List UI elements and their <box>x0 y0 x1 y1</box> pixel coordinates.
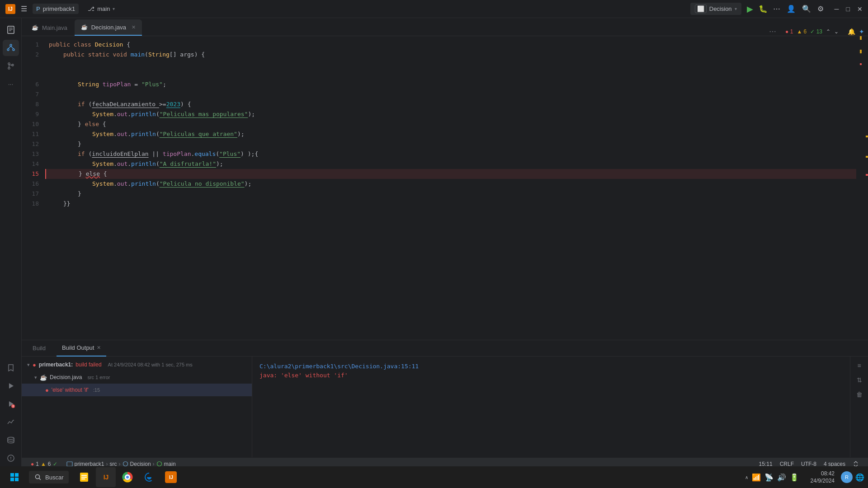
profile-icon[interactable]: 👤 <box>787 5 796 13</box>
activity-run-icon[interactable] <box>3 378 19 394</box>
collapse-icon[interactable]: ⌄ <box>834 28 839 35</box>
tab-bar: ☕ Main.java ☕ Decision.java ✕ ⋯ ● 1 ▲ 6 … <box>22 18 868 36</box>
code-line-blank-2 <box>45 70 856 80</box>
code-line-18: }} <box>45 199 856 209</box>
taskbar-notification-icon[interactable]: 🌐 <box>855 473 864 482</box>
ai-icon[interactable]: ✦ <box>859 28 864 35</box>
svg-point-10 <box>8 67 10 69</box>
activity-more-icon[interactable]: ··· <box>3 76 19 92</box>
tray-wifi-icon: 📡 <box>764 473 774 482</box>
panel-filter-icon[interactable]: ≡ <box>853 360 866 371</box>
panel-tab-close-icon[interactable]: ✕ <box>97 345 101 351</box>
panel-area: Build Build Output ✕ ▾ ● primerbac <box>22 340 868 457</box>
activity-structure-icon[interactable] <box>3 40 19 56</box>
branch-selector[interactable]: ⎇ main ▾ <box>84 4 118 14</box>
search-icon[interactable]: 🔍 <box>802 5 811 13</box>
titlebar-right: ⬜ Decision ▾ ▶ 🐛 ⋯ 👤 🔍 ⚙ ─ □ ✕ <box>690 3 863 15</box>
svg-rect-26 <box>15 473 19 477</box>
svg-point-6 <box>13 49 14 51</box>
panel-tab-build-output[interactable]: Build Output ✕ <box>57 340 107 357</box>
taskbar-app-files[interactable] <box>74 467 94 487</box>
svg-point-21 <box>10 459 11 460</box>
taskbar-time: 08:42 <box>821 470 835 477</box>
svg-rect-27 <box>10 478 14 481</box>
editor-content[interactable]: 1 2 6 7 8 9 10 11 12 13 14 15 16 17 18 <box>22 36 868 340</box>
project-icon: P <box>36 5 40 12</box>
activity-database-icon[interactable] <box>3 432 19 448</box>
code-line-14: System.out.println("A disfrutarla!"); <box>45 159 856 169</box>
maximize-button[interactable]: □ <box>846 5 850 13</box>
activity-debug-run-icon[interactable] <box>3 396 19 412</box>
run-button[interactable]: ▶ <box>747 4 753 14</box>
start-button[interactable] <box>4 466 25 488</box>
taskbar-search-icon <box>34 474 42 481</box>
debug-button[interactable]: 🐛 <box>759 5 768 13</box>
code-line-16: System.out.println("Pelicula no disponib… <box>45 179 856 189</box>
editor-scrollbar[interactable] <box>856 36 862 340</box>
code-line-9: System.out.println("Peliculas mas popula… <box>45 109 856 119</box>
build-item-error[interactable]: ● 'else' without 'if' :15 <box>22 384 252 396</box>
build-error-location: :15 <box>93 387 100 393</box>
taskbar-search[interactable]: Buscar <box>29 471 69 483</box>
taskbar-app-chrome[interactable] <box>118 467 137 487</box>
gutter-warning-1 <box>866 136 868 137</box>
ok-count-icon: ✓ 13 <box>810 28 822 35</box>
line-numbers: 1 2 6 7 8 9 10 11 12 13 14 15 16 17 18 <box>22 36 45 340</box>
svg-point-37 <box>126 476 129 479</box>
run-config-name: Decision <box>709 5 732 12</box>
notifications-icon[interactable]: 🔔 <box>848 28 855 35</box>
code-line-17: } <box>45 189 856 199</box>
expand-icon[interactable]: ⌃ <box>826 28 830 35</box>
svg-point-5 <box>7 49 9 51</box>
taskbar-user-avatar[interactable]: R <box>841 471 853 483</box>
output-error-line: java: 'else' without 'if' <box>259 371 843 380</box>
taskbar-app-intellij[interactable]: IJ <box>96 467 116 487</box>
build-item-file[interactable]: ▾ ☕ Decision.java src 1 error <box>22 371 252 384</box>
taskbar-app-intellij-2[interactable]: IJ <box>161 467 181 487</box>
tray-chevron-icon[interactable]: ∧ <box>745 475 748 480</box>
titlebar-icons: ⋯ 👤 🔍 ⚙ <box>773 5 824 13</box>
code-line-12: } <box>45 139 856 149</box>
build-tree[interactable]: ▾ ● primerback1: build failed At 24/9/20… <box>22 357 252 457</box>
settings-icon[interactable]: ⚙ <box>817 5 824 13</box>
tab-close-icon[interactable]: ✕ <box>132 24 136 30</box>
panel-tab-build[interactable]: Build <box>27 340 51 357</box>
more-options-icon[interactable]: ⋯ <box>773 5 780 13</box>
gutter-warning-2 <box>866 156 868 158</box>
output-path-text: C:\alura2\primerback1\src\Decision.java:… <box>259 363 419 370</box>
tab-decision-java[interactable]: ☕ Decision.java ✕ <box>75 19 142 36</box>
chrome-app-icon <box>122 471 133 483</box>
code-editor[interactable]: public class Decision { public static vo… <box>45 36 856 340</box>
menu-icon[interactable]: ☰ <box>21 5 27 13</box>
intellij-app-icon: IJ <box>165 471 177 483</box>
build-output-right: C:\alura2\primerback1\src\Decision.java:… <box>252 357 850 457</box>
panel-delete-icon[interactable]: 🗑 <box>853 389 866 400</box>
build-project-name: primerback1: <box>39 361 73 368</box>
panel-content: ▾ ● primerback1: build failed At 24/9/20… <box>22 357 868 457</box>
activity-bookmarks-icon[interactable] <box>3 360 19 376</box>
activity-git-icon[interactable] <box>3 58 19 74</box>
taskbar-right: ∧ 📶 📡 🔊 🔋 08:42 24/9/2024 R 🌐 <box>740 470 864 484</box>
code-line-10: } else { <box>45 119 856 129</box>
svg-rect-22 <box>67 462 72 466</box>
intellij-taskbar-icon: IJ <box>104 474 109 481</box>
panel-sort-icon[interactable]: ⇅ <box>853 375 866 385</box>
branch-chevron-icon: ▾ <box>113 6 115 11</box>
close-button[interactable]: ✕ <box>857 5 863 13</box>
code-line-8: if (fechaDeLanzamiento >=2023) { <box>45 99 856 109</box>
project-selector[interactable]: P primerback1 <box>33 4 79 14</box>
code-line-13: if (incluidoEnElplan || tipoPlan.equals(… <box>45 149 856 159</box>
activity-profiler-icon[interactable] <box>3 414 19 430</box>
run-config-selector[interactable]: ⬜ Decision ▾ <box>690 3 741 15</box>
edge-app-icon <box>143 471 155 483</box>
tab-main-java[interactable]: ☕ Main.java <box>25 19 74 36</box>
activity-files-icon[interactable] <box>3 22 19 38</box>
tab-main-java-label: Main.java <box>42 24 67 31</box>
minimize-button[interactable]: ─ <box>835 5 839 13</box>
tab-more-icon[interactable]: ⋯ <box>769 27 776 36</box>
taskbar-clock[interactable]: 08:42 24/9/2024 <box>807 470 838 484</box>
svg-point-9 <box>8 63 10 65</box>
taskbar-app-edge[interactable] <box>139 467 159 487</box>
build-item-failed[interactable]: ▾ ● primerback1: build failed At 24/9/20… <box>22 358 252 371</box>
activity-problems-icon[interactable] <box>3 450 19 466</box>
